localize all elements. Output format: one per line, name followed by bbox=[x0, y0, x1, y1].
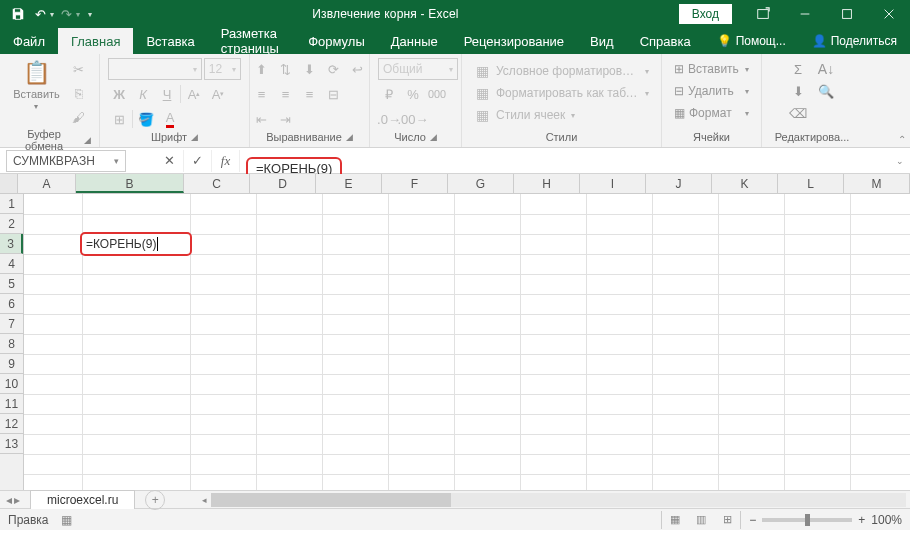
tab-insert[interactable]: Вставка bbox=[133, 28, 207, 54]
align-bottom[interactable]: ⬇ bbox=[299, 58, 321, 80]
row-header-3[interactable]: 3 bbox=[0, 234, 23, 254]
cut-button[interactable]: ✂ bbox=[68, 58, 90, 80]
select-all-corner[interactable] bbox=[0, 174, 18, 193]
redo-dropdown[interactable]: ▾ bbox=[76, 10, 80, 19]
currency-button[interactable]: ₽ bbox=[378, 83, 400, 105]
merge-button[interactable]: ⊟ bbox=[323, 83, 345, 105]
bold-button[interactable]: Ж bbox=[108, 83, 130, 105]
name-box-dropdown[interactable]: ▾ bbox=[114, 156, 119, 166]
zoom-level[interactable]: 100% bbox=[871, 513, 902, 527]
format-cells[interactable]: ▦Формат▾ bbox=[670, 102, 753, 124]
zoom-in[interactable]: + bbox=[858, 513, 865, 527]
collapse-ribbon[interactable]: ⌃ bbox=[898, 134, 906, 145]
format-painter-button[interactable]: 🖌 bbox=[68, 106, 90, 128]
delete-cells[interactable]: ⊟Удалить▾ bbox=[670, 80, 753, 102]
find-select-button[interactable]: 🔍 bbox=[815, 80, 837, 102]
borders-button[interactable]: ⊞ bbox=[108, 108, 130, 130]
undo-dropdown[interactable]: ▾ bbox=[50, 10, 54, 19]
expand-formula-bar[interactable]: ⌄ bbox=[890, 156, 910, 166]
tab-home[interactable]: Главная bbox=[58, 28, 133, 54]
align-left[interactable]: ≡ bbox=[251, 83, 273, 105]
tab-data[interactable]: Данные bbox=[378, 28, 451, 54]
grow-font-button[interactable]: A▴ bbox=[183, 83, 205, 105]
font-name-combo[interactable]: ▾ bbox=[108, 58, 202, 80]
conditional-formatting[interactable]: ▦Условное форматирование▾ bbox=[470, 60, 653, 82]
col-header-I[interactable]: I bbox=[580, 174, 646, 193]
orientation-button[interactable]: ⟳ bbox=[323, 58, 345, 80]
zoom-out[interactable]: − bbox=[749, 513, 756, 527]
signin-button[interactable]: Вход bbox=[679, 4, 732, 24]
scroll-thumb[interactable] bbox=[211, 493, 451, 507]
increase-indent[interactable]: ⇥ bbox=[275, 108, 297, 130]
zoom-slider[interactable] bbox=[762, 518, 852, 522]
sort-filter-button[interactable]: A↓ bbox=[815, 58, 837, 80]
col-header-E[interactable]: E bbox=[316, 174, 382, 193]
row-header-7[interactable]: 7 bbox=[0, 314, 23, 334]
align-center[interactable]: ≡ bbox=[275, 83, 297, 105]
fill-color-button[interactable]: 🪣 bbox=[135, 108, 157, 130]
scroll-left[interactable]: ◂ bbox=[197, 493, 211, 507]
row-header-6[interactable]: 6 bbox=[0, 294, 23, 314]
scroll-right[interactable]: ▸ bbox=[906, 493, 910, 507]
redo-icon[interactable]: ↷ bbox=[56, 4, 76, 24]
view-normal[interactable]: ▦ bbox=[662, 511, 688, 529]
col-header-F[interactable]: F bbox=[382, 174, 448, 193]
insert-cells[interactable]: ⊞Вставить▾ bbox=[670, 58, 753, 80]
decrease-indent[interactable]: ⇤ bbox=[251, 108, 273, 130]
autosum-button[interactable]: Σ bbox=[787, 58, 809, 80]
font-launcher[interactable]: ◢ bbox=[191, 132, 198, 142]
decrease-decimal[interactable]: .00→ bbox=[402, 108, 424, 130]
row-header-11[interactable]: 11 bbox=[0, 394, 23, 414]
minimize-button[interactable] bbox=[784, 0, 826, 28]
row-header-10[interactable]: 10 bbox=[0, 374, 23, 394]
row-header-13[interactable]: 13 bbox=[0, 434, 23, 454]
wrap-text-button[interactable]: ↩ bbox=[347, 58, 369, 80]
font-size-combo[interactable]: 12▾ bbox=[204, 58, 241, 80]
col-header-A[interactable]: A bbox=[18, 174, 76, 193]
col-header-J[interactable]: J bbox=[646, 174, 712, 193]
shrink-font-button[interactable]: A▾ bbox=[207, 83, 229, 105]
row-header-1[interactable]: 1 bbox=[0, 194, 23, 214]
view-page-break[interactable]: ⊞ bbox=[714, 511, 740, 529]
cancel-formula[interactable]: ✕ bbox=[156, 150, 184, 172]
cells-area[interactable]: =КОРЕНЬ(9) bbox=[24, 194, 910, 490]
copy-button[interactable]: ⎘ bbox=[68, 82, 90, 104]
paste-button[interactable]: 📋 Вставить ▾ bbox=[9, 58, 64, 128]
ribbon-display-options[interactable] bbox=[742, 0, 784, 28]
tab-formulas[interactable]: Формулы bbox=[295, 28, 378, 54]
clear-button[interactable]: ⌫ bbox=[787, 102, 809, 124]
tab-file[interactable]: Файл bbox=[0, 28, 58, 54]
col-header-K[interactable]: K bbox=[712, 174, 778, 193]
number-launcher[interactable]: ◢ bbox=[430, 132, 437, 142]
save-icon[interactable] bbox=[8, 4, 28, 24]
row-header-2[interactable]: 2 bbox=[0, 214, 23, 234]
col-header-C[interactable]: C bbox=[184, 174, 250, 193]
sheet-tab[interactable]: microexcel.ru bbox=[30, 490, 135, 509]
tell-me[interactable]: 💡Помощ... bbox=[704, 28, 799, 54]
qat-customize[interactable]: ▾ bbox=[88, 10, 92, 19]
tab-review[interactable]: Рецензирование bbox=[451, 28, 577, 54]
col-header-B[interactable]: B bbox=[76, 174, 184, 193]
col-header-L[interactable]: L bbox=[778, 174, 844, 193]
fill-button[interactable]: ⬇ bbox=[787, 80, 809, 102]
align-right[interactable]: ≡ bbox=[299, 83, 321, 105]
insert-function[interactable]: fx bbox=[212, 150, 240, 172]
active-cell[interactable]: =КОРЕНЬ(9) bbox=[80, 232, 192, 256]
comma-button[interactable]: 000 bbox=[426, 83, 448, 105]
row-header-4[interactable]: 4 bbox=[0, 254, 23, 274]
format-as-table[interactable]: ▦Форматировать как таблицу▾ bbox=[470, 82, 653, 104]
row-header-9[interactable]: 9 bbox=[0, 354, 23, 374]
number-format-combo[interactable]: Общий▾ bbox=[378, 58, 458, 80]
italic-button[interactable]: К bbox=[132, 83, 154, 105]
tab-help[interactable]: Справка bbox=[627, 28, 704, 54]
row-header-5[interactable]: 5 bbox=[0, 274, 23, 294]
horizontal-scrollbar[interactable]: ◂ ▸ bbox=[211, 493, 906, 507]
align-top[interactable]: ⬆ bbox=[251, 58, 273, 80]
font-color-button[interactable]: A bbox=[159, 108, 181, 130]
percent-button[interactable]: % bbox=[402, 83, 424, 105]
view-page-layout[interactable]: ▥ bbox=[688, 511, 714, 529]
underline-button[interactable]: Ч bbox=[156, 83, 178, 105]
sheet-nav-next[interactable]: ▸ bbox=[14, 493, 20, 507]
row-header-8[interactable]: 8 bbox=[0, 334, 23, 354]
maximize-button[interactable] bbox=[826, 0, 868, 28]
